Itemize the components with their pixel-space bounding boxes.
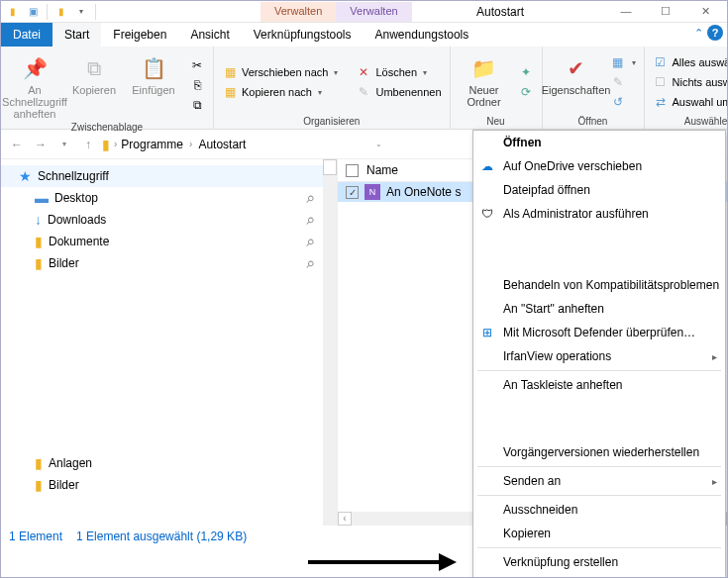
open-icon: ▦: [610, 54, 626, 70]
tab-linktools[interactable]: Verknüpfungstools: [242, 23, 364, 47]
properties-button[interactable]: ✔ Eigenschaften: [549, 50, 604, 114]
new-item-button[interactable]: ✦: [516, 63, 536, 81]
path-icon: ⎘: [189, 77, 205, 93]
recent-dropdown[interactable]: ▾: [54, 135, 74, 154]
maximize-button[interactable]: ☐: [646, 1, 685, 21]
select-none-button[interactable]: ☐Nichts auswählen: [651, 73, 728, 91]
easy-access-icon: ⟳: [518, 84, 534, 100]
pin-icon: 📌: [21, 54, 49, 82]
pasteshortcut-small-button[interactable]: ⧉: [187, 96, 207, 114]
ctx-pinstart[interactable]: An "Start" anheften: [473, 297, 725, 321]
history-small-button[interactable]: ↺: [608, 93, 638, 111]
nav-documents[interactable]: ▮ Dokumente⚲: [1, 231, 337, 252]
nav-pictures2[interactable]: ▮ Bilder: [1, 474, 337, 496]
ctx-compat[interactable]: Behandeln von Kompatibilitätsproblemen: [473, 273, 725, 297]
shield-icon: 🛡: [479, 206, 495, 222]
ctx-openpath[interactable]: Dateipfad öffnen: [473, 178, 725, 202]
tab-view[interactable]: Ansicht: [178, 23, 241, 47]
easy-access-button[interactable]: ⟳: [516, 83, 536, 101]
breadcrumb-dropdown[interactable]: ⌄: [368, 135, 388, 154]
select-all-icon: ☑: [653, 54, 669, 70]
contextual-tabs: Verwalten Verwalten: [260, 2, 412, 22]
ctx-sendto[interactable]: Senden an▸: [473, 469, 725, 493]
up-button[interactable]: ↑: [78, 135, 98, 154]
ctx-cut[interactable]: Ausschneiden: [473, 498, 725, 522]
quick-access-toolbar: ▮ ▣ ▮ ▾: [1, 4, 102, 20]
breadcrumb-seg[interactable]: Programme: [121, 138, 183, 151]
minimize-button[interactable]: —: [606, 1, 646, 21]
forward-button[interactable]: →: [31, 135, 51, 154]
checkmark-icon: ✔: [563, 54, 590, 82]
navigation-pane: ★ Schnellzugriff ▬ Desktop⚲ ↓ Downloads⚲…: [1, 159, 338, 526]
pin-quickaccess-button[interactable]: 📌 An Schnellzugriff anheften: [7, 50, 62, 120]
invert-icon: ⇄: [653, 94, 669, 110]
file-name: An OneNote s: [386, 185, 461, 199]
folder-icon: ▮: [5, 4, 21, 20]
manage-tab-linktools[interactable]: Verwalten: [260, 2, 336, 22]
nav-attachments[interactable]: ▮ Anlagen: [1, 452, 337, 474]
onenote-icon: N: [364, 184, 380, 200]
ribbon-group-select: ☑Alles auswählen ☐Nichts auswählen ⇄Ausw…: [645, 47, 728, 129]
ctx-restore[interactable]: Vorgängerversionen wiederherstellen: [473, 440, 725, 464]
new-folder-button[interactable]: 📁 Neuer Ordner: [457, 50, 512, 114]
cut-small-button[interactable]: ✂: [187, 56, 207, 74]
down-arrow-icon[interactable]: ▾: [73, 4, 89, 20]
ctx-irfanview[interactable]: IrfanView operations▸: [473, 344, 725, 368]
row-checkbox[interactable]: ✓: [346, 186, 359, 199]
column-name[interactable]: Name: [366, 163, 398, 177]
ctx-open[interactable]: Öffnen: [473, 131, 725, 154]
select-none-icon: ☐: [653, 74, 669, 90]
tab-share[interactable]: Freigeben: [101, 23, 178, 47]
ctx-onedrive[interactable]: ☁Auf OneDrive verschieben: [473, 154, 725, 178]
back-button[interactable]: ←: [7, 135, 27, 154]
close-button[interactable]: ✕: [685, 1, 725, 21]
manage-tab-apptools[interactable]: Verwalten: [336, 2, 411, 22]
ctx-copy[interactable]: Kopieren: [473, 522, 725, 545]
folder-copy-icon: ▦: [222, 84, 238, 100]
tab-file[interactable]: Datei: [1, 23, 52, 47]
ctx-pintask[interactable]: An Taskleiste anheften: [473, 373, 725, 397]
breadcrumb[interactable]: Programme › Autostart: [121, 138, 246, 151]
paste-button[interactable]: 📋 Einfügen: [126, 50, 181, 120]
rename-icon: ✎: [356, 84, 371, 100]
tab-start[interactable]: Start: [52, 23, 101, 47]
nav-downloads[interactable]: ↓ Downloads⚲: [1, 209, 337, 231]
edit-small-button[interactable]: ✎: [608, 73, 638, 91]
folder-move-icon: ▦: [222, 64, 238, 80]
onedrive-icon: ☁: [479, 158, 495, 174]
breadcrumb-seg[interactable]: Autostart: [198, 138, 246, 151]
paste-icon: 📋: [140, 54, 167, 82]
nav-quickaccess[interactable]: ★ Schnellzugriff: [1, 165, 337, 187]
new-item-icon: ✦: [518, 64, 534, 80]
window-buttons: — ☐ ✕: [606, 1, 725, 21]
open-small-button[interactable]: ▦▾: [608, 53, 638, 71]
nav-pictures[interactable]: ▮ Bilder⚲: [1, 252, 337, 274]
ctx-shortcut[interactable]: Verknüpfung erstellen: [473, 550, 725, 574]
rename-button[interactable]: ✎Umbenennen: [354, 83, 443, 101]
nav-scrollbar[interactable]: [323, 159, 337, 526]
title-bar: ▮ ▣ ▮ ▾ Verwalten Verwalten Autostart — …: [1, 1, 727, 23]
copy-button[interactable]: ⧉ Kopieren: [66, 50, 122, 120]
help-icon[interactable]: ?: [707, 25, 723, 41]
ctx-defender[interactable]: ⊞Mit Microsoft Defender überprüfen…: [473, 321, 725, 344]
move-to-button[interactable]: ▦Verschieben nach▾: [220, 63, 340, 81]
new-folder-icon: 📁: [470, 54, 498, 82]
pictures-icon: ▮: [35, 255, 43, 271]
copy-to-button[interactable]: ▦Kopieren nach▾: [220, 83, 340, 101]
delete-button[interactable]: ✕Löschen▾: [354, 63, 443, 81]
select-all-checkbox[interactable]: [346, 164, 359, 177]
ctx-runadmin[interactable]: 🛡Als Administrator ausführen: [473, 202, 725, 226]
pin-icon: ⚲: [303, 214, 316, 227]
edit-icon: ✎: [610, 74, 626, 90]
copy-icon: ⧉: [80, 54, 108, 82]
chevron-up-icon[interactable]: ⌃: [694, 27, 703, 40]
copypath-small-button[interactable]: ⎘: [187, 76, 207, 94]
ctx-delete[interactable]: LöschenL: [473, 574, 725, 578]
pin-icon: ⚲: [303, 257, 316, 270]
invert-selection-button[interactable]: ⇄Auswahl umkehren: [651, 93, 728, 111]
select-all-button[interactable]: ☑Alles auswählen: [651, 53, 728, 71]
save-icon[interactable]: ▣: [25, 4, 41, 20]
nav-desktop[interactable]: ▬ Desktop⚲: [1, 187, 337, 209]
submenu-arrow-icon: ▸: [712, 351, 717, 362]
tab-apptools[interactable]: Anwendungstools: [364, 23, 481, 47]
